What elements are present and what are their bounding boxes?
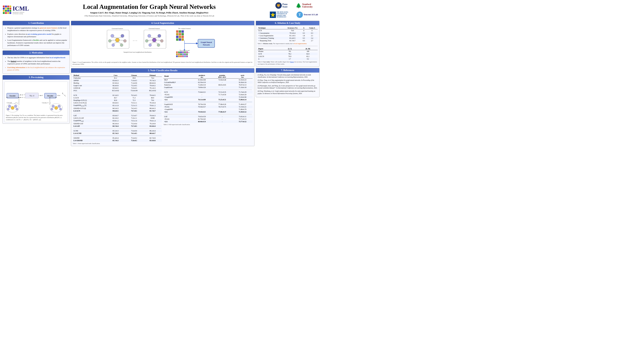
svg-text:T: T bbox=[298, 13, 301, 16]
table4: Degree [2, 5] [6, 20] #Nodes761189 GCN78… bbox=[258, 47, 318, 60]
table-row: + Local Augmentation81.1±0.51.82.1 bbox=[258, 34, 318, 37]
table-row: LA-GCN84.6±0.574.7±0.581.7±0.7 bbox=[73, 110, 162, 112]
table1-container: Method Cora Citeseer Pubmed Chebyshev81.… bbox=[73, 74, 162, 145]
table2-container: Model productsAcc proteinsROC-AUC arxivA… bbox=[164, 74, 252, 145]
stanford-text: Stanford University bbox=[302, 3, 319, 8]
svg-text:z: z bbox=[42, 94, 43, 96]
table-row: GAT83.0±0.772.5±0.779.0±0.3 bbox=[73, 114, 162, 117]
table-row: G-GCN83.771.380.9 bbox=[73, 96, 162, 99]
table-row bbox=[164, 113, 252, 115]
main-content: 1. Contribution Propose a general augmen… bbox=[2, 21, 320, 146]
motivation-section: 2. Motivation The key idea for GNNs is t… bbox=[2, 50, 70, 74]
contribution-bullet-1: Propose a general augmentation strategy … bbox=[8, 27, 68, 32]
table-row: LA-GCNII85.7±0.374.1±0.580.6±0.7 bbox=[73, 132, 162, 135]
table-row: Node2vec72.49±0.1068.81±0.6570.07±0.13 bbox=[164, 84, 252, 86]
svg-point-82 bbox=[158, 34, 161, 37]
node-class-header: 5. Node Classification Results bbox=[71, 68, 254, 73]
contribution-section: 1. Contribution Propose a general augmen… bbox=[2, 21, 70, 49]
svg-point-65 bbox=[111, 34, 114, 37]
t3-h-delta: Δ bbox=[301, 27, 306, 29]
motivation-bullets: The key idea for GNNs is to aggregate in… bbox=[4, 56, 68, 71]
table2-caption: Table 2: Full-supervised node classifica… bbox=[164, 123, 252, 126]
highlight-generate: generate more features bbox=[40, 27, 58, 29]
svg-rect-118 bbox=[176, 53, 178, 55]
svg-point-85 bbox=[148, 43, 152, 46]
svg-rect-5 bbox=[5, 8, 7, 9]
svg-rect-0 bbox=[3, 5, 5, 7]
t4-h-low: [2, 5] bbox=[282, 47, 298, 50]
node-class-content: Method Cora Citeseer Pubmed Chebyshev81.… bbox=[71, 73, 254, 146]
svg-text:, X: , X bbox=[15, 102, 16, 104]
table-row: APPNP83.8±0.371.6±0.579.7±0.3 bbox=[73, 79, 162, 82]
icml-grid-icon bbox=[3, 5, 12, 14]
table-row: CoLinkDistMLP62.59±0.10-56.38±0.16 bbox=[164, 81, 252, 84]
svg-point-80 bbox=[152, 38, 156, 42]
header-center: Local Augmentation for Graph Neural Netw… bbox=[29, 3, 269, 17]
table-row: GCN81.5±0.570.3±0.579.0±0.5 bbox=[73, 94, 162, 96]
tencent-icon: T bbox=[296, 11, 303, 18]
svg-text:Generated features: Generated features bbox=[112, 28, 123, 29]
t3-h-technique: Technique bbox=[258, 27, 284, 29]
stanford-logo: 🌲 Stanford University bbox=[295, 2, 320, 9]
svg-rect-119 bbox=[178, 53, 180, 55]
svg-rect-130 bbox=[182, 55, 184, 57]
svg-text:): ) bbox=[18, 102, 18, 104]
svg-line-89 bbox=[150, 42, 154, 44]
t3-h-accuracy: Accuracy (%) bbox=[284, 27, 301, 29]
table-row bbox=[73, 92, 162, 94]
pennstate-logo: 🦁 PennState bbox=[269, 2, 294, 9]
table-row: MLP61.06±0.0872.04±0.4855.50±0.23 bbox=[164, 78, 252, 81]
svg-point-81 bbox=[148, 34, 151, 37]
t3-h-cumu: Cumu Δ bbox=[306, 27, 318, 29]
svg-text:. . .: . . . bbox=[133, 38, 137, 41]
svg-rect-107 bbox=[182, 38, 184, 41]
svg-rect-12 bbox=[3, 12, 5, 14]
header: ICML International ConferenceOn Machine … bbox=[2, 2, 320, 19]
tencent-text: Tencent AI Lab bbox=[304, 13, 318, 16]
svg-rect-102 bbox=[176, 36, 178, 38]
svg-rect-106 bbox=[179, 38, 181, 41]
ablation-content: Technique Accuracy (%) Δ Cumu Δ GCN79.00… bbox=[256, 25, 319, 66]
svg-line-62 bbox=[24, 97, 25, 98]
svg-rect-7 bbox=[10, 8, 11, 9]
t1-h-pubmed: Pubmed bbox=[144, 74, 162, 77]
svg-rect-121 bbox=[176, 55, 178, 57]
ref-4: [4] Feng, Wenzheng, et al. Graph random … bbox=[258, 90, 318, 95]
svg-rect-120 bbox=[180, 53, 182, 55]
svg-line-87 bbox=[150, 37, 154, 38]
pretraining-diagram: Encoder μ σ N(μ, σ) z Decoder bbox=[6, 83, 66, 113]
svg-rect-109 bbox=[198, 39, 215, 48]
svg-rect-1 bbox=[5, 5, 7, 7]
lion-icon: 🦁 bbox=[276, 2, 282, 9]
affiliation-logos: 🦁 PennState 🌲 Stanford University bbox=[269, 2, 320, 18]
svg-rect-11 bbox=[10, 10, 11, 12]
svg-text:X̂: X̂ bbox=[62, 92, 63, 94]
svg-point-66 bbox=[121, 34, 124, 37]
pretraining-section: 3. Pre-training Encoder μ σ bbox=[2, 75, 70, 124]
table-row: GRAND85.4±0.475.4±0.282.7±0.6 bbox=[73, 137, 162, 139]
svg-point-52 bbox=[59, 108, 62, 110]
svg-text:μ: μ bbox=[22, 93, 23, 95]
svg-rect-8 bbox=[3, 10, 5, 12]
table-row: + Concatenation79.3±0.40.30.3 bbox=[258, 32, 318, 34]
svg-point-42 bbox=[11, 106, 14, 110]
table-row bbox=[73, 127, 162, 130]
local-aug-section: 4. Local Augmentation Generated features bbox=[71, 21, 254, 67]
svg-text:): ) bbox=[50, 102, 50, 104]
svg-rect-6 bbox=[7, 8, 9, 9]
contribution-content: Propose a general augmentation strategy … bbox=[3, 25, 70, 49]
svg-rect-132 bbox=[186, 55, 188, 57]
svg-line-92 bbox=[156, 40, 161, 40]
node-class-tables: Method Cora Citeseer Pubmed Chebyshev81.… bbox=[73, 74, 252, 145]
svg-rect-125 bbox=[184, 51, 186, 53]
svg-rect-116 bbox=[178, 51, 180, 53]
svg-rect-117 bbox=[180, 51, 182, 53]
icml-acronym: ICML bbox=[12, 5, 29, 11]
table3: Technique Accuracy (%) Δ Cumu Δ GCN79.00… bbox=[258, 27, 318, 42]
table3-caption: Table 3: Ablation study. The improvement… bbox=[258, 42, 318, 45]
table-row bbox=[164, 101, 252, 103]
table-row: GAT79.45±0.59-73.65±0.11 bbox=[164, 115, 252, 118]
svg-point-51 bbox=[51, 108, 53, 110]
svg-point-68 bbox=[124, 39, 126, 42]
svg-point-45 bbox=[7, 108, 10, 110]
